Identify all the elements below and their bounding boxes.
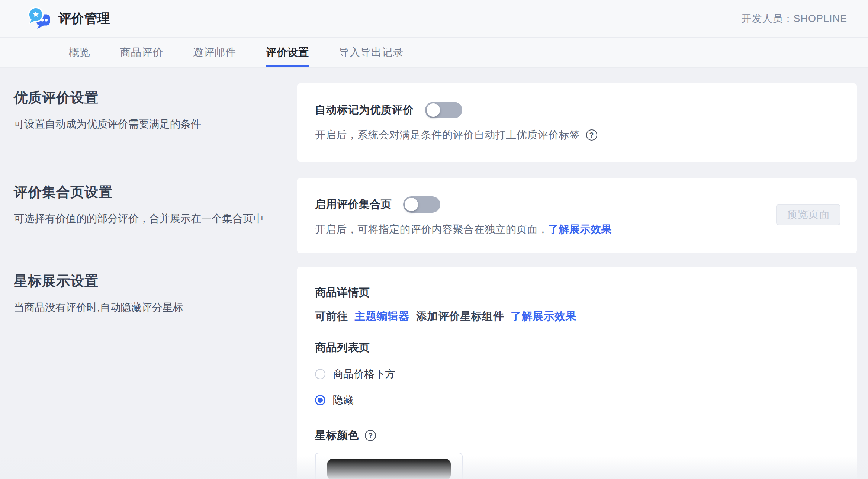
- theme-editor-link[interactable]: 主题编辑器: [355, 309, 410, 324]
- star-display-card: 商品详情页 可前往 主题编辑器 添加评价星标组件 了解展示效果 商品列表页 商品…: [297, 267, 857, 479]
- section-title: 星标展示设置: [14, 272, 279, 290]
- section-description: 可选择有价值的的部分评价，合并展示在一个集合页中: [14, 211, 279, 226]
- view-display-effect-link[interactable]: 了解展示效果: [511, 309, 576, 324]
- section-description: 当商品没有评价时,自动隐藏评分星标: [14, 300, 279, 315]
- tab-review-settings[interactable]: 评价设置: [266, 38, 309, 67]
- review-collection-card: 启用评价集合页 开启后，可将指定的评价内容聚合在独立的页面， 了解展示效果 预览…: [297, 178, 857, 253]
- enable-collection-toggle[interactable]: [403, 196, 440, 213]
- star-color-picker[interactable]: [315, 453, 463, 479]
- help-icon[interactable]: ?: [365, 430, 376, 441]
- enable-collection-desc: 开启后，可将指定的评价内容聚合在独立的页面，: [315, 222, 548, 237]
- help-icon[interactable]: ?: [586, 129, 597, 141]
- settings-content: 优质评价设置 可设置自动成为优质评价需要满足的条件 自动标记为优质评价 开启后，…: [0, 83, 868, 479]
- section-description: 可设置自动成为优质评价需要满足的条件: [14, 117, 279, 132]
- section-star-display-info: 星标展示设置 当商品没有评价时,自动隐藏评分星标: [14, 267, 297, 315]
- premium-review-card: 自动标记为优质评价 开启后，系统会对满足条件的评价自动打上优质评价标签 ?: [297, 83, 857, 162]
- preview-page-button[interactable]: 预览页面: [776, 204, 840, 225]
- section-review-collection-info: 评价集合页设置 可选择有价值的的部分评价，合并展示在一个集合页中: [14, 178, 297, 226]
- star-color-swatch: [327, 459, 451, 479]
- theme-editor-line: 可前往 主题编辑器 添加评价星标组件 了解展示效果: [315, 309, 839, 324]
- toggle-knob: [427, 103, 440, 117]
- tab-bar: 概览 商品评价 邀评邮件 评价设置 导入导出记录: [0, 38, 868, 68]
- auto-mark-premium-row: 自动标记为优质评价: [315, 102, 839, 118]
- star-color-label-row: 星标颜色 ?: [315, 428, 839, 443]
- auto-mark-premium-desc-row: 开启后，系统会对满足条件的评价自动打上优质评价标签 ?: [315, 128, 839, 142]
- section-premium-review-info: 优质评价设置 可设置自动成为优质评价需要满足的条件: [14, 83, 297, 132]
- theme-line-prefix: 可前往: [315, 309, 348, 324]
- section-title: 评价集合页设置: [14, 183, 279, 202]
- radio-selected-icon[interactable]: [315, 395, 325, 405]
- auto-mark-premium-toggle[interactable]: [425, 102, 462, 118]
- header-left: 评价管理: [28, 7, 110, 30]
- toggle-knob: [405, 198, 418, 211]
- app-header: 评价管理 开发人员：SHOPLINE: [0, 0, 868, 38]
- enable-collection-label: 启用评价集合页: [315, 197, 392, 212]
- theme-line-middle: 添加评价星标组件: [416, 309, 504, 324]
- radio-unselected-icon[interactable]: [315, 369, 325, 379]
- radio-label: 隐藏: [333, 393, 354, 407]
- review-app-logo-icon: [28, 7, 51, 30]
- section-premium-review: 优质评价设置 可设置自动成为优质评价需要满足的条件 自动标记为优质评价 开启后，…: [14, 83, 857, 162]
- auto-mark-premium-desc: 开启后，系统会对满足条件的评价自动打上优质评价标签: [315, 128, 580, 142]
- section-title: 优质评价设置: [14, 89, 279, 107]
- enable-collection-row: 启用评价集合页: [315, 196, 839, 213]
- tab-overview[interactable]: 概览: [69, 38, 90, 67]
- section-review-collection: 评价集合页设置 可选择有价值的的部分评价，合并展示在一个集合页中 启用评价集合页…: [14, 178, 857, 253]
- radio-option-hidden[interactable]: 隐藏: [315, 393, 839, 407]
- page-title: 评价管理: [58, 10, 110, 27]
- product-list-page-label: 商品列表页: [315, 340, 839, 355]
- enable-collection-desc-row: 开启后，可将指定的评价内容聚合在独立的页面， 了解展示效果: [315, 222, 839, 237]
- radio-option-below-price[interactable]: 商品价格下方: [315, 367, 839, 381]
- tab-review-invite-email[interactable]: 邀评邮件: [193, 38, 236, 67]
- tab-product-reviews[interactable]: 商品评价: [120, 38, 163, 67]
- section-star-display: 星标展示设置 当商品没有评价时,自动隐藏评分星标 商品详情页 可前往 主题编辑器…: [14, 267, 857, 479]
- auto-mark-premium-label: 自动标记为优质评价: [315, 103, 414, 118]
- view-display-effect-link[interactable]: 了解展示效果: [548, 222, 612, 237]
- product-detail-page-label: 商品详情页: [315, 285, 839, 300]
- radio-label: 商品价格下方: [333, 367, 395, 381]
- star-color-label: 星标颜色: [315, 428, 359, 443]
- developer-info: 开发人员：SHOPLINE: [741, 12, 847, 25]
- tab-import-export-records[interactable]: 导入导出记录: [339, 38, 404, 67]
